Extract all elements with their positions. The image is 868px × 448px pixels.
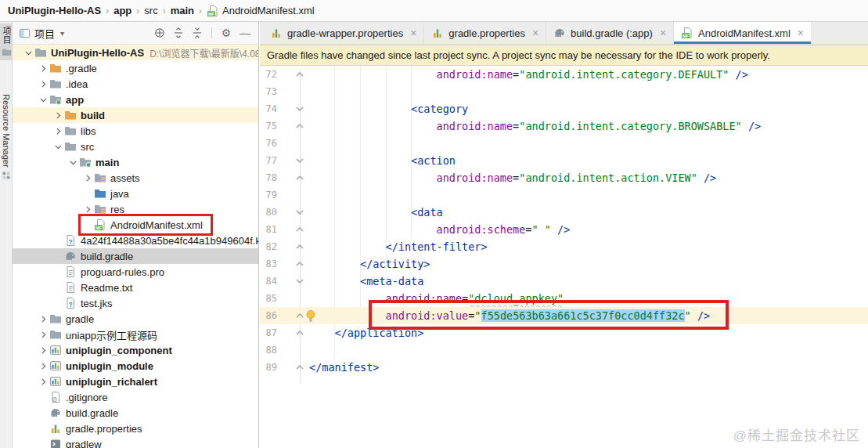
tree-item-uniplugin_richalert[interactable]: uniplugin_richalert [13, 374, 258, 389]
gradle-icon [553, 27, 566, 39]
close-icon[interactable]: × [410, 27, 416, 38]
chevron-right-icon[interactable] [37, 344, 49, 356]
close-icon[interactable]: × [798, 27, 804, 38]
breadcrumb-item[interactable]: main [171, 5, 194, 16]
fold-up-icon[interactable] [294, 224, 305, 235]
chevron-down-icon[interactable] [37, 93, 49, 106]
code-line-75: 75 android:name="android.intent.category… [260, 117, 868, 135]
code-line-89: 89</manifest> [260, 359, 868, 376]
resource-manager-icon [2, 171, 11, 180]
chevron-down-icon[interactable]: ▾ [60, 29, 64, 38]
line-number: 86 [260, 307, 277, 324]
breadcrumb-item[interactable]: src [144, 5, 157, 16]
tree-arrow-spacer [81, 187, 94, 200]
fold-down-icon[interactable] [294, 103, 305, 114]
tree-item-Readme.txt[interactable]: Readme.txt [13, 280, 258, 295]
tree-item-build.gradle[interactable]: build.gradle [13, 405, 258, 421]
chevron-right-icon[interactable] [37, 375, 49, 388]
tree-item-uniapp示例工程源码[interactable]: uniapp示例工程源码 [13, 327, 258, 342]
tab-AndroidManifest.xml[interactable]: MFAndroidManifest.xml× [674, 22, 812, 44]
close-icon[interactable]: × [660, 27, 666, 38]
tree-item-UniPlugin-Hello-AS[interactable]: UniPlugin-Hello-ASD:\浏览器下载\最新版\4.08 [13, 45, 258, 60]
fold-down-icon[interactable] [294, 155, 305, 166]
tree-item-res[interactable]: res [13, 201, 258, 217]
breadcrumb-item[interactable]: UniPlugin-Hello-AS [8, 5, 101, 16]
chevron-down-icon[interactable] [67, 156, 79, 168]
tree-item-4a24f14488a30a5be4fc44a1b949604f.ke[interactable]: ?4a24f14488a30a5be4fc44a1b949604f.ke [13, 233, 258, 248]
tree-item-AndroidManifest.xml[interactable]: MFAndroidManifest.xml [13, 217, 258, 233]
project-panel-title[interactable]: 项目 [34, 26, 55, 41]
fold-up-icon[interactable] [294, 258, 305, 269]
chevron-right-icon[interactable] [81, 172, 94, 184]
expand-all-icon[interactable] [171, 26, 185, 40]
folder-icon [49, 328, 62, 341]
tree-item-gradle.properties[interactable]: gradle.properties [13, 421, 258, 436]
close-icon[interactable]: × [532, 27, 538, 38]
tree-item-gradle[interactable]: gradle [13, 311, 258, 327]
chevron-right-icon[interactable] [52, 125, 64, 137]
tree-item-src[interactable]: src [13, 139, 258, 154]
chevron-down-icon[interactable] [22, 46, 34, 59]
tree-item-uniplugin_module[interactable]: uniplugin_module [13, 358, 258, 374]
chevron-right-icon[interactable] [37, 313, 49, 325]
fold-down-icon[interactable] [294, 207, 305, 218]
tree-item-uniplugin_component[interactable]: uniplugin_component [13, 342, 258, 358]
fold-up-icon[interactable] [294, 310, 305, 321]
fold-up-icon[interactable] [294, 121, 305, 132]
line-number: 79 [260, 186, 277, 204]
fold-down-icon[interactable] [294, 276, 305, 287]
fold-up-icon[interactable] [294, 327, 305, 338]
tree-item-build[interactable]: build [13, 107, 258, 123]
chevron-down-icon[interactable] [52, 140, 64, 153]
tab-gradle-wrapper.properties[interactable]: gradle-wrapper.properties× [263, 22, 424, 44]
terminal-file-icon [49, 438, 62, 448]
breadcrumb-item[interactable]: MFAndroidManifest.xml [207, 5, 315, 17]
tree-item-.gradle[interactable]: .gradle [13, 60, 258, 76]
folder-app-icon [79, 156, 92, 168]
tree-item-build.gradle[interactable]: build.gradle [13, 248, 258, 264]
tree-item-libs[interactable]: libs [13, 123, 258, 139]
tree-item-test.jks[interactable]: ?test.jks [13, 295, 258, 311]
watermark: @稀土掘金技术社区 [733, 425, 860, 444]
chevron-right-icon[interactable] [81, 203, 94, 215]
tree-item-java[interactable]: java [13, 186, 258, 201]
collapse-all-icon[interactable] [190, 26, 204, 40]
chevron-right-icon[interactable] [37, 328, 49, 341]
code-line-84: 84 <meta-data [260, 273, 868, 290]
tree-item-gradlew[interactable]: gradlew [13, 436, 258, 448]
lightbulb-icon[interactable] [305, 309, 316, 323]
chevron-right-icon[interactable] [52, 109, 64, 121]
tree-item-.gitignore[interactable]: .gitignore [13, 389, 258, 405]
settings-icon[interactable]: ⚙ [219, 26, 233, 40]
tree-arrow-spacer [81, 219, 94, 231]
fold-up-icon[interactable] [294, 172, 305, 183]
tree-item-app[interactable]: app [13, 92, 258, 107]
code-editor[interactable]: 72 android:name="android.intent.category… [260, 66, 868, 448]
fold-up-icon[interactable] [294, 69, 305, 80]
hide-icon[interactable]: — [238, 26, 252, 40]
tree-item-assets[interactable]: assets [13, 170, 258, 186]
breadcrumb-item-label: main [171, 5, 194, 16]
line-number: 73 [260, 83, 277, 100]
chevron-right-icon[interactable] [37, 62, 49, 74]
locate-icon[interactable] [153, 26, 167, 40]
tree-item-.idea[interactable]: .idea [13, 76, 258, 92]
tab-gradle.properties[interactable]: gradle.properties× [424, 22, 546, 44]
chevron-right-icon[interactable] [37, 78, 49, 90]
project-panel-toolbar: ⚙— [153, 26, 252, 40]
code-line-73: 73 [260, 83, 868, 100]
tree-item-main[interactable]: main [13, 154, 258, 170]
tree-item-proguard-rules.pro[interactable]: proguard-rules.pro [13, 264, 258, 280]
sidebar-item-resource-manager[interactable]: Resource Manager [0, 91, 13, 183]
fold-up-icon[interactable] [294, 241, 305, 252]
code-line-85: 85 android:name="dcloud_appkey" [260, 290, 868, 307]
tree-arrow-spacer [37, 406, 49, 419]
chevron-right-icon[interactable] [37, 359, 49, 372]
sidebar-item-project[interactable]: 项目 [0, 23, 13, 60]
unknown-file-icon: ? [64, 297, 77, 309]
fold-up-icon[interactable] [294, 362, 305, 373]
breadcrumb-item[interactable]: app [113, 5, 131, 16]
properties-icon [270, 27, 283, 39]
line-number: 77 [260, 152, 277, 169]
tab-build.gradle (:app)[interactable]: build.gradle (:app)× [546, 22, 674, 44]
